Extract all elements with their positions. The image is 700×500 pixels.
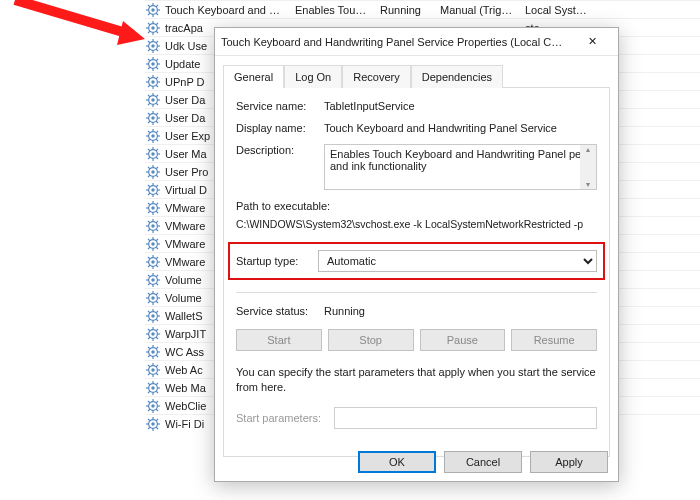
svg-line-167 — [156, 301, 158, 303]
service-type-cell: Manual (Trig… — [440, 4, 525, 16]
svg-line-117 — [156, 211, 158, 213]
svg-line-198 — [148, 355, 150, 357]
svg-line-217 — [156, 391, 158, 393]
gear-icon — [145, 74, 161, 90]
svg-line-88 — [148, 157, 150, 159]
service-properties-dialog: Touch Keyboard and Handwriting Panel Ser… — [214, 27, 619, 482]
apply-button[interactable]: Apply — [530, 451, 608, 473]
svg-line-46 — [148, 77, 150, 79]
svg-line-98 — [148, 175, 150, 177]
svg-line-107 — [156, 193, 158, 195]
svg-line-129 — [156, 221, 158, 223]
tab-logon[interactable]: Log On — [284, 65, 342, 88]
svg-point-111 — [151, 206, 155, 210]
svg-line-17 — [156, 31, 158, 33]
value-service-name: TabletInputService — [324, 100, 597, 112]
svg-line-86 — [148, 149, 150, 151]
svg-line-149 — [156, 257, 158, 259]
gear-icon — [145, 398, 161, 414]
svg-point-51 — [151, 98, 155, 102]
svg-line-227 — [156, 409, 158, 411]
value-service-status: Running — [324, 305, 365, 317]
svg-line-147 — [156, 265, 158, 267]
startup-highlight: Startup type: AutomaticAutomatic (Delaye… — [228, 242, 605, 280]
svg-line-57 — [156, 103, 158, 105]
gear-icon — [145, 128, 161, 144]
svg-line-97 — [156, 175, 158, 177]
svg-line-177 — [156, 319, 158, 321]
dialog-titlebar: Touch Keyboard and Handwriting Panel Ser… — [215, 28, 618, 56]
svg-line-156 — [148, 275, 150, 277]
service-name-cell: Touch Keyboard and Hand… — [165, 4, 295, 16]
svg-line-59 — [156, 95, 158, 97]
svg-line-37 — [156, 67, 158, 69]
gear-icon — [145, 2, 161, 18]
table-row[interactable]: Touch Keyboard and Hand…Enables Tou…Runn… — [145, 0, 700, 18]
svg-line-29 — [156, 41, 158, 43]
start-params-input[interactable] — [334, 407, 597, 429]
description-scrollbar[interactable]: ▴▾ — [580, 145, 596, 189]
cancel-button[interactable]: Cancel — [444, 451, 522, 473]
svg-point-161 — [151, 296, 155, 300]
gear-icon — [145, 272, 161, 288]
divider — [236, 292, 597, 293]
svg-line-27 — [156, 49, 158, 51]
svg-line-169 — [156, 293, 158, 295]
label-start-params: Start parameters: — [236, 412, 334, 424]
svg-line-159 — [156, 275, 158, 277]
gear-icon — [145, 164, 161, 180]
svg-point-41 — [151, 80, 155, 84]
svg-point-191 — [151, 350, 155, 354]
svg-point-231 — [151, 422, 155, 426]
stop-button[interactable]: Stop — [328, 329, 414, 351]
tab-dependencies[interactable]: Dependencies — [411, 65, 503, 88]
description-box: Enables Touch Keyboard and Handwriting P… — [324, 144, 597, 190]
pause-button[interactable]: Pause — [420, 329, 506, 351]
ok-button[interactable]: OK — [358, 451, 436, 473]
svg-point-121 — [151, 224, 155, 228]
svg-line-109 — [156, 185, 158, 187]
start-button[interactable]: Start — [236, 329, 322, 351]
svg-line-106 — [148, 185, 150, 187]
svg-line-206 — [148, 365, 150, 367]
svg-line-216 — [148, 383, 150, 385]
svg-line-16 — [148, 23, 150, 25]
svg-point-221 — [151, 404, 155, 408]
svg-line-219 — [156, 383, 158, 385]
svg-point-31 — [151, 62, 155, 66]
tab-panel-general: Service name: TabletInputService Display… — [223, 87, 610, 457]
svg-line-78 — [148, 139, 150, 141]
svg-line-7 — [156, 13, 158, 15]
svg-line-237 — [156, 427, 158, 429]
startup-type-select[interactable]: AutomaticAutomatic (Delayed Start)Manual… — [318, 250, 597, 272]
gear-icon — [145, 218, 161, 234]
svg-line-89 — [156, 149, 158, 151]
label-display-name: Display name: — [236, 122, 324, 134]
dialog-tabs: General Log On Recovery Dependencies — [215, 56, 618, 87]
tab-recovery[interactable]: Recovery — [342, 65, 410, 88]
svg-point-11 — [151, 26, 155, 30]
svg-line-228 — [148, 409, 150, 411]
gear-icon — [145, 416, 161, 432]
svg-line-186 — [148, 329, 150, 331]
svg-line-158 — [148, 283, 150, 285]
svg-point-141 — [151, 260, 155, 264]
svg-line-8 — [148, 13, 150, 15]
svg-line-236 — [148, 419, 150, 421]
svg-line-176 — [148, 311, 150, 313]
svg-line-9 — [156, 5, 158, 7]
svg-line-76 — [148, 131, 150, 133]
label-path: Path to executable: — [236, 200, 597, 212]
close-icon[interactable]: ✕ — [572, 28, 612, 56]
svg-line-68 — [148, 121, 150, 123]
svg-line-207 — [156, 373, 158, 375]
annotation-arrow — [5, 0, 145, 57]
svg-line-116 — [148, 203, 150, 205]
svg-line-67 — [156, 121, 158, 123]
start-params-note: You can specify the start parameters tha… — [236, 365, 597, 395]
tab-general[interactable]: General — [223, 65, 284, 88]
gear-icon — [145, 254, 161, 270]
svg-line-58 — [148, 103, 150, 105]
svg-line-197 — [156, 355, 158, 357]
resume-button[interactable]: Resume — [511, 329, 597, 351]
